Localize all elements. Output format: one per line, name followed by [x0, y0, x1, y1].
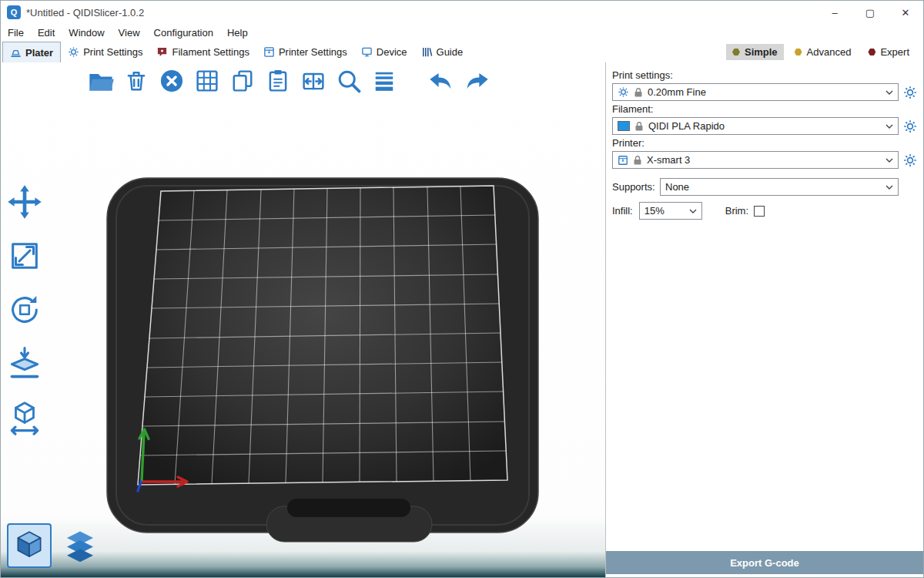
variable-layer-height-icon[interactable]: [370, 67, 398, 95]
close-button[interactable]: ✕: [888, 1, 923, 24]
undo-icon[interactable]: [427, 67, 455, 95]
supports-combo[interactable]: None: [660, 178, 899, 196]
plater-bed-icon: [10, 47, 22, 59]
gear-icon: [68, 46, 79, 58]
titlebar: Q *Untitled - QIDISlicer-1.0.2 – ▢ ✕: [1, 1, 923, 24]
mode-switcher: Simple Advanced Expert: [726, 44, 922, 60]
chevron-down-icon: [886, 158, 893, 163]
menu-configuration[interactable]: Configuration: [147, 25, 220, 40]
menubar: File Edit Window View Configuration Help: [1, 24, 923, 42]
3d-cube-icon: [12, 528, 47, 563]
printer-value: X-smart 3: [647, 154, 881, 166]
gizmo-toolbar: [7, 184, 42, 435]
bed-grid: [138, 186, 507, 485]
place-on-face-icon[interactable]: [7, 346, 42, 381]
brim-checkbox[interactable]: [754, 206, 765, 217]
export-gcode-button[interactable]: Export G-code: [606, 551, 923, 574]
app-logo-icon: Q: [7, 5, 21, 19]
mode-simple[interactable]: Simple: [726, 44, 784, 60]
print-settings-value: 0.20mm Fine: [648, 86, 881, 98]
menu-view[interactable]: View: [112, 25, 147, 40]
gear-icon: [618, 86, 629, 98]
delete-icon[interactable]: [122, 67, 150, 95]
rotate-icon[interactable]: [7, 292, 42, 328]
simple-mode-dot-icon: [732, 49, 740, 56]
chevron-down-icon: [689, 209, 697, 213]
minimize-button[interactable]: –: [817, 1, 852, 24]
tab-printer-settings[interactable]: Printer Settings: [256, 42, 354, 62]
edit-printer-gear-icon[interactable]: [903, 153, 917, 167]
print-settings-label: Print settings:: [612, 69, 917, 81]
menu-window[interactable]: Window: [62, 25, 111, 40]
split-objects-icon[interactable]: [300, 67, 327, 95]
printer-label: Printer:: [612, 137, 917, 149]
menu-edit[interactable]: Edit: [31, 25, 62, 40]
window-title: *Untitled - QIDISlicer-1.0.2: [26, 7, 144, 18]
filament-label: Filament:: [612, 103, 917, 115]
chevron-down-icon: [886, 124, 893, 129]
infill-value: 15%: [644, 205, 685, 217]
edit-filament-gear-icon[interactable]: [903, 119, 917, 133]
preview-layers-icon[interactable]: [61, 529, 99, 565]
measure-icon[interactable]: [7, 400, 42, 435]
search-icon[interactable]: [335, 67, 363, 95]
supports-value: None: [665, 181, 881, 193]
editor-view-button[interactable]: [7, 523, 52, 568]
3d-viewport[interactable]: [1, 62, 605, 577]
infill-combo[interactable]: 15%: [639, 202, 702, 220]
guide-book-icon: [421, 46, 433, 58]
tab-plater[interactable]: Plater: [2, 42, 61, 62]
edit-print-settings-gear-icon[interactable]: [903, 86, 917, 99]
printer-icon: [618, 155, 628, 166]
print-bed[interactable]: [93, 170, 555, 560]
window-controls: – ▢ ✕: [817, 1, 923, 24]
filament-combo[interactable]: QIDI PLA Rapido: [612, 117, 899, 135]
print-settings-combo[interactable]: 0.20mm Fine: [612, 83, 899, 101]
chevron-down-icon: [886, 90, 893, 95]
viewport-toolbar: [87, 67, 490, 95]
brim-label: Brim:: [725, 205, 748, 217]
tab-guide[interactable]: Guide: [414, 42, 470, 62]
expert-mode-dot-icon: [868, 49, 875, 56]
tab-filament-settings[interactable]: Filament Settings: [149, 42, 256, 62]
mode-expert[interactable]: Expert: [862, 44, 916, 60]
filament-spool-icon: [156, 46, 168, 58]
tab-device[interactable]: Device: [354, 42, 414, 62]
scale-icon[interactable]: [7, 238, 42, 274]
app-window: Q *Untitled - QIDISlicer-1.0.2 – ▢ ✕ Fil…: [0, 0, 924, 578]
tabbar: Plater Print Settings Filament Settings …: [1, 42, 923, 63]
open-folder-icon[interactable]: [87, 67, 115, 95]
main-area: Print settings: 0.20mm Fine: [1, 62, 923, 577]
delete-all-icon[interactable]: [158, 67, 186, 95]
device-monitor-icon: [361, 46, 373, 58]
arrange-icon[interactable]: [193, 67, 221, 95]
menu-file[interactable]: File: [1, 25, 31, 40]
lock-icon: [634, 87, 643, 98]
advanced-mode-dot-icon: [795, 49, 802, 56]
filament-value: QIDI PLA Rapido: [648, 120, 881, 132]
redo-icon[interactable]: [463, 67, 490, 95]
lock-icon: [634, 121, 644, 132]
printer-combo[interactable]: X-smart 3: [612, 151, 899, 169]
settings-sidebar: Print settings: 0.20mm Fine: [605, 62, 923, 577]
view-toolbar: [7, 523, 99, 568]
maximize-button[interactable]: ▢: [852, 1, 888, 24]
mode-advanced[interactable]: Advanced: [788, 44, 858, 60]
tab-print-settings[interactable]: Print Settings: [61, 42, 149, 62]
lock-icon: [633, 155, 642, 166]
printer-icon: [263, 46, 275, 58]
filament-color-swatch: [618, 121, 630, 131]
infill-label: Infill:: [612, 205, 633, 217]
chevron-down-icon: [886, 185, 893, 190]
supports-label: Supports:: [612, 181, 660, 193]
menu-help[interactable]: Help: [220, 25, 255, 40]
paste-icon[interactable]: [264, 67, 292, 95]
move-icon[interactable]: [7, 184, 42, 220]
copy-icon[interactable]: [229, 67, 256, 95]
